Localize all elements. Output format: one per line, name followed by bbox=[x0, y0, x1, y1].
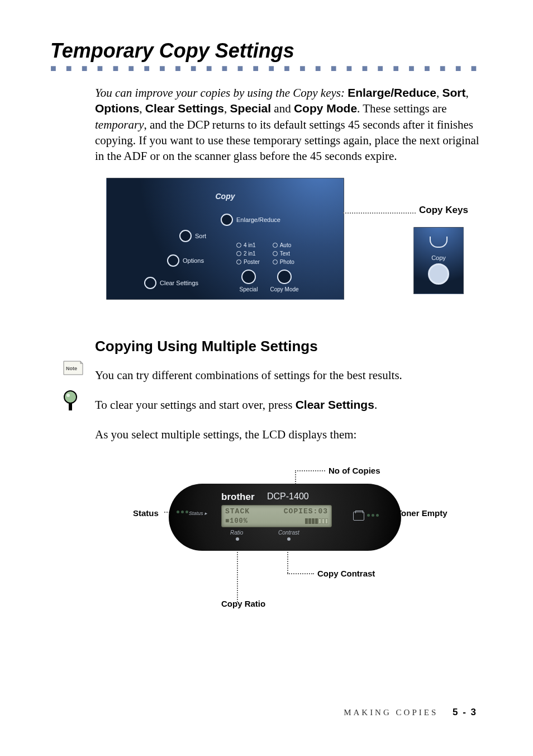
status-leds bbox=[177, 511, 188, 513]
body-text: You can try different combinations of se… bbox=[95, 367, 483, 385]
callout-connector bbox=[237, 545, 238, 602]
mode-indicators: 4 in1 2 in1 Poster Auto Text Photo bbox=[236, 242, 306, 267]
body-text-tip: As you select multiple settings, the LCD… bbox=[95, 426, 483, 444]
lightbulb-icon bbox=[61, 389, 84, 416]
page: Temporary Copy Settings ■ ■ ■ ■ ■ ■ ■ ■ … bbox=[0, 0, 533, 756]
subsection-heading: Copying Using Multiple Settings bbox=[95, 338, 483, 355]
clear-settings-label: Clear Settings bbox=[296, 398, 374, 411]
button-label: Copy Mode bbox=[268, 286, 301, 292]
button-label: Clear Settings bbox=[160, 280, 198, 286]
callout-connector bbox=[287, 573, 314, 574]
copy-slot-icon bbox=[430, 237, 448, 248]
contrast-bar bbox=[305, 518, 328, 524]
copy-panel: Copy Enlarge/Reduce Sort Options Clear S… bbox=[106, 178, 344, 300]
body-text-note: To clear your settings and start over, p… bbox=[95, 396, 483, 414]
lcd-copies: COPIES:03 bbox=[284, 507, 328, 516]
special-mode-group: 4 in1 2 in1 Poster bbox=[236, 242, 260, 267]
led-icon bbox=[236, 243, 241, 248]
svg-point-3 bbox=[64, 391, 77, 403]
key-special: Special bbox=[230, 102, 272, 115]
led-icon bbox=[236, 251, 241, 256]
enlarge-reduce-button[interactable]: Enlarge/Reduce bbox=[221, 214, 280, 226]
footer-page-number: 5 - 3 bbox=[453, 707, 477, 717]
callout-status: Status bbox=[133, 508, 159, 518]
panel-heading: Copy bbox=[216, 192, 235, 201]
ratio-dial[interactable] bbox=[236, 537, 239, 541]
copy-mode-button[interactable]: Copy Mode bbox=[268, 270, 301, 292]
contrast-dial-label: Contrast bbox=[278, 530, 299, 536]
contrast-dial[interactable] bbox=[287, 537, 291, 541]
mode-indicator: Photo bbox=[273, 259, 294, 265]
model-label: DCP-1400 bbox=[267, 492, 309, 502]
options-button[interactable]: Options bbox=[167, 254, 204, 267]
mode-indicator: Text bbox=[273, 251, 294, 257]
button-icon bbox=[241, 270, 256, 284]
intro-paragraph: You can improve your copies by using the… bbox=[95, 85, 483, 164]
section-title: Temporary Copy Settings bbox=[50, 39, 483, 63]
callout-connector bbox=[343, 212, 416, 214]
svg-marker-1 bbox=[80, 361, 83, 363]
button-label: Enlarge/Reduce bbox=[236, 216, 280, 223]
button-icon bbox=[277, 270, 292, 284]
key-enlarge-reduce: Enlarge/Reduce bbox=[348, 86, 436, 99]
footer-section: MAKING COPIES bbox=[344, 708, 438, 717]
lcd-ratio: ■100% bbox=[225, 517, 248, 525]
sort-button[interactable]: Sort bbox=[179, 230, 206, 242]
svg-point-5 bbox=[66, 394, 70, 397]
toner-empty-icon bbox=[353, 512, 364, 521]
brand-label: brother bbox=[221, 492, 255, 503]
intro-rest: , and the DCP returns to its default set… bbox=[95, 118, 479, 163]
mode-indicator: Poster bbox=[236, 259, 260, 265]
mode-indicator: Auto bbox=[273, 242, 294, 248]
button-label: Options bbox=[183, 257, 204, 264]
callout-copy-contrast: Copy Contrast bbox=[317, 569, 375, 578]
led-icon bbox=[273, 259, 278, 264]
mode-indicator: 2 in1 bbox=[236, 251, 260, 257]
callout-connector bbox=[295, 470, 325, 471]
button-icon bbox=[179, 230, 192, 242]
callout-copy-ratio: Copy Ratio bbox=[221, 599, 265, 608]
figure-copy-panel: Copy Enlarge/Reduce Sort Options Clear S… bbox=[106, 178, 486, 306]
callout-no-of-copies: No of Copies bbox=[329, 466, 380, 475]
intro-lead: You can improve your copies by using the… bbox=[95, 86, 345, 100]
key-copy-mode: Copy Mode bbox=[294, 102, 357, 115]
key-options: Options bbox=[95, 102, 139, 115]
copy-mode-group: Auto Text Photo bbox=[273, 242, 294, 267]
callout-toner-empty: Toner Empty bbox=[397, 508, 448, 518]
toner-leds bbox=[367, 514, 379, 517]
button-label: Sort bbox=[195, 233, 206, 239]
svg-text:Note: Note bbox=[66, 366, 77, 371]
copy-button[interactable] bbox=[428, 263, 449, 285]
key-clear-settings: Clear Settings bbox=[145, 102, 224, 115]
key-sort: Sort bbox=[442, 86, 465, 99]
page-footer: MAKING COPIES 5 - 3 bbox=[344, 707, 477, 718]
led-icon bbox=[273, 243, 278, 248]
clear-settings-button[interactable]: Clear Settings bbox=[144, 277, 198, 289]
led-icon bbox=[273, 251, 278, 256]
mode-indicator: 4 in1 bbox=[236, 242, 260, 248]
figure-lcd: No of Copies Status Toner Empty Copy Con… bbox=[95, 466, 475, 622]
button-icon bbox=[221, 214, 233, 226]
button-icon bbox=[144, 277, 156, 289]
svg-rect-4 bbox=[69, 403, 72, 410]
status-indicator-label: Status bbox=[189, 511, 207, 516]
led-icon bbox=[236, 259, 241, 264]
copy-label: Copy bbox=[431, 254, 446, 261]
button-label: Special bbox=[232, 286, 265, 292]
lcd-stack: STACK bbox=[225, 507, 250, 516]
callout-label: Copy Keys bbox=[419, 205, 468, 216]
divider-dashes: ■ ■ ■ ■ ■ ■ ■ ■ ■ ■ ■ ■ ■ ■ ■ ■ ■ ■ ■ ■ … bbox=[50, 65, 483, 72]
note-icon: Note bbox=[61, 360, 84, 379]
special-button[interactable]: Special bbox=[232, 270, 265, 292]
lcd-device: brother DCP-1400 Status STACK COPIES:03 … bbox=[169, 484, 401, 551]
ratio-dial-label: Ratio bbox=[230, 530, 243, 536]
button-icon bbox=[167, 254, 179, 267]
lcd-screen: STACK COPIES:03 ■100% bbox=[221, 505, 332, 527]
word-temporary: temporary bbox=[95, 118, 144, 131]
copy-button-panel: Copy bbox=[413, 227, 464, 294]
